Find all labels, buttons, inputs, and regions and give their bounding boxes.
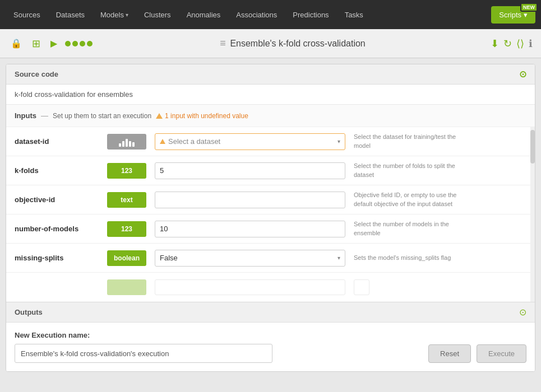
nav-clusters[interactable]: Clusters	[136, 6, 179, 24]
input-row-extra	[6, 273, 535, 302]
input-row-dataset-id: dataset-id Select a dataset ▾ Select the…	[6, 127, 535, 156]
desc-k-folds: Select the number of folds to split the …	[354, 162, 466, 179]
script-list-icon[interactable]: ⊞	[30, 35, 43, 52]
models-type-label: 123	[121, 225, 132, 233]
inputs-body: dataset-id Select a dataset ▾ Select the…	[6, 127, 535, 302]
status-dots	[65, 41, 93, 46]
source-code-collapse-icon[interactable]: ⊙	[519, 69, 526, 80]
execution-name-input[interactable]	[15, 344, 272, 363]
nav-associations[interactable]: Associations	[228, 6, 285, 24]
type-badge-missing-splits: boolean	[107, 250, 146, 266]
toolbar-actions: ⬇ ↻ ⟨⟩ ℹ	[491, 38, 533, 50]
type-badge-objective-id: text	[107, 192, 146, 208]
input-row-objective-id: objective-id text Objective field ID, or…	[6, 185, 535, 214]
lock-icon[interactable]: 🔒	[8, 36, 24, 51]
missing-splits-arrow: ▾	[337, 255, 340, 261]
extra-select-placeholder	[354, 279, 369, 295]
outputs-title: Outputs	[15, 308, 43, 316]
page-title: Ensemble's k-fold cross-validation	[230, 39, 365, 48]
scroll-thumb[interactable]	[530, 130, 535, 164]
label-dataset-id: dataset-id	[15, 137, 99, 146]
desc-objective-id: Objective field ID, or empty to use the …	[354, 191, 466, 208]
type-badge-dataset-id	[107, 134, 146, 150]
models-dropdown-arrow: ▾	[126, 12, 128, 18]
input-row-k-folds: k-folds 123 Select the number of folds t…	[6, 156, 535, 185]
source-code-body: k-fold cross-validation for ensembles	[6, 85, 535, 105]
scrollbar[interactable]	[530, 127, 535, 302]
dot-4	[87, 41, 93, 46]
nav-anomalies[interactable]: Anomalies	[179, 6, 229, 24]
inputs-subtitle: Set up them to start an execution	[53, 112, 151, 120]
reset-button[interactable]: Reset	[428, 344, 471, 363]
missing-splits-type-label: boolean	[114, 254, 140, 262]
toolbar: 🔒 ⊞ ▶ ≡ Ensemble's k-fold cross-validati…	[0, 29, 541, 58]
top-navigation: Sources Datasets Models ▾ Clusters Anoma…	[0, 0, 541, 29]
execution-section: New Execution name: Reset Execute	[6, 322, 535, 371]
scripts-button[interactable]: Scripts ▾ NEW	[491, 6, 535, 24]
dot-2	[72, 41, 78, 46]
download-icon[interactable]: ⬇	[491, 38, 499, 50]
new-badge: NEW	[520, 3, 538, 12]
nav-models[interactable]: Models ▾	[93, 6, 136, 24]
objective-id-input[interactable]	[155, 192, 345, 208]
input-row-number-of-models: number-of-models 123 Select the number o…	[6, 214, 535, 244]
outputs-collapse-icon[interactable]: ⊙	[519, 307, 526, 318]
warning-triangle-icon	[156, 113, 163, 119]
dot-1	[65, 41, 71, 46]
k-folds-input[interactable]	[155, 162, 345, 179]
number-of-models-input[interactable]	[155, 221, 345, 237]
desc-missing-splits: Sets the model's missing_splits flag	[354, 254, 466, 262]
main-panel: Source code ⊙ k-fold cross-validation fo…	[6, 64, 535, 372]
toolbar-doc-icon: ≡	[218, 35, 228, 51]
type-badge-number-of-models: 123	[107, 221, 146, 237]
desc-number-of-models: Select the number of models in the ensem…	[354, 220, 466, 237]
dataset-select-arrow: ▾	[337, 138, 340, 144]
nav-datasets[interactable]: Datasets	[48, 6, 93, 24]
code-icon[interactable]: ⟨⟩	[516, 38, 524, 50]
objective-type-label: text	[121, 196, 132, 204]
execute-button[interactable]: Execute	[477, 344, 526, 363]
k-folds-type-label: 123	[121, 167, 132, 175]
nav-tasks[interactable]: Tasks	[337, 6, 371, 24]
info-icon[interactable]: ℹ	[529, 38, 533, 50]
missing-splits-value: False	[160, 254, 178, 262]
label-missing-splits: missing-splits	[15, 254, 99, 262]
source-code-header: Source code ⊙	[6, 64, 535, 85]
desc-dataset-id: Select the dataset for training/test the…	[354, 133, 466, 150]
type-badge-extra	[107, 279, 146, 295]
warning-badge: 1 input with undefined value	[156, 112, 248, 120]
warning-text: 1 input with undefined value	[165, 112, 248, 120]
label-k-folds: k-folds	[15, 166, 99, 175]
dataset-id-select[interactable]: Select a dataset ▾	[155, 133, 345, 150]
select-warning-icon	[160, 139, 165, 144]
scripts-dropdown-arrow: ▾	[524, 11, 528, 19]
label-objective-id: objective-id	[15, 195, 99, 204]
type-badge-k-folds: 123	[107, 163, 146, 179]
execution-bottom: Reset Execute	[15, 344, 526, 363]
missing-splits-select[interactable]: False ▾	[155, 250, 345, 267]
refresh-icon[interactable]: ↻	[503, 38, 512, 50]
dataset-placeholder: Select a dataset	[168, 137, 220, 146]
nav-sources[interactable]: Sources	[6, 6, 48, 24]
execution-label: New Execution name:	[15, 331, 526, 339]
label-number-of-models: number-of-models	[15, 225, 99, 233]
execution-buttons: Reset Execute	[428, 344, 526, 363]
input-row-missing-splits: missing-splits boolean False ▾ Sets the …	[6, 244, 535, 273]
inputs-header: Inputs — Set up them to start an executi…	[6, 105, 535, 127]
run-icon[interactable]: ▶	[48, 36, 59, 51]
nav-predictions[interactable]: Predictions	[285, 6, 336, 24]
dot-3	[80, 41, 85, 46]
dataset-bar-icon	[119, 137, 135, 147]
outputs-section: Outputs ⊙	[6, 302, 535, 322]
extra-input-placeholder	[155, 279, 345, 295]
source-code-title: Source code	[15, 70, 58, 78]
inputs-title: Inputs	[15, 111, 36, 120]
source-code-text: k-fold cross-validation for ensembles	[15, 90, 133, 99]
